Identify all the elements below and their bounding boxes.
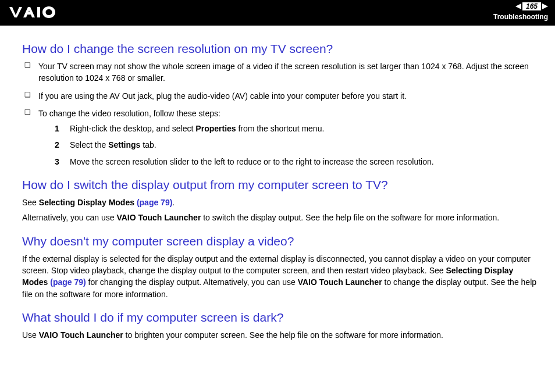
heading-dark-screen: What should I do if my computer screen i… (22, 311, 538, 325)
text: to switch the display output. See the he… (201, 213, 499, 222)
list-item: To change the video resolution, follow t… (22, 108, 538, 168)
page-content: How do I change the screen resolution on… (0, 26, 555, 358)
section-title: Troubleshooting (493, 13, 548, 21)
paragraph: If the external display is selected for … (22, 253, 538, 300)
list-item: If you are using the AV Out jack, plug t… (22, 90, 538, 102)
step-list: Right-click the desktop, and select Prop… (55, 123, 538, 168)
page-link[interactable]: (page 79) (50, 277, 86, 287)
text: See (22, 198, 39, 207)
text: . (172, 198, 175, 207)
text-bold: VAIO Touch Launcher (116, 213, 201, 222)
list-item: Your TV screen may not show the whole sc… (22, 60, 538, 84)
paragraph: Use VAIO Touch Launcher to brighten your… (22, 329, 538, 341)
svg-rect-0 (37, 7, 40, 17)
text: Alternatively, you can use (22, 213, 116, 222)
text: tab. (140, 140, 156, 149)
step-item: Move the screen resolution slider to the… (55, 156, 538, 168)
text: for changing the display output. Alterna… (86, 277, 298, 287)
bullet-list: Your TV screen may not show the whole sc… (22, 60, 538, 168)
page-link[interactable]: (page 79) (137, 198, 172, 207)
text-bold: Settings (108, 140, 140, 149)
page-navigator: 165 (515, 2, 548, 10)
prev-page-icon[interactable] (515, 3, 521, 9)
text-bold: Selecting Display Modes (39, 198, 137, 207)
heading-no-video: Why doesn't my computer screen display a… (22, 234, 538, 248)
text-bold: VAIO Touch Launcher (39, 330, 123, 340)
text: Use (22, 330, 39, 340)
text-bold: Properties (195, 124, 236, 133)
step-item: Right-click the desktop, and select Prop… (55, 123, 538, 134)
heading-screen-resolution: How do I change the screen resolution on… (22, 42, 538, 56)
next-page-icon[interactable] (542, 3, 548, 9)
page-header: 165 Troubleshooting (0, 0, 555, 26)
heading-switch-output: How do I switch the display output from … (22, 178, 538, 192)
paragraph: See Selecting Display Modes (page 79). (22, 197, 538, 208)
text: To change the video resolution, follow t… (38, 109, 220, 118)
paragraph: Alternatively, you can use VAIO Touch La… (22, 212, 538, 223)
vaio-logo-icon (9, 5, 61, 20)
text: to brighten your computer screen. See th… (123, 330, 443, 340)
text-bold: VAIO Touch Launcher (298, 277, 382, 287)
text: Right-click the desktop, and select (70, 124, 195, 133)
text: Select the (70, 140, 108, 149)
step-item: Select the Settings tab. (55, 139, 538, 151)
text: from the shortcut menu. (236, 124, 325, 133)
page-number: 165 (522, 2, 541, 10)
